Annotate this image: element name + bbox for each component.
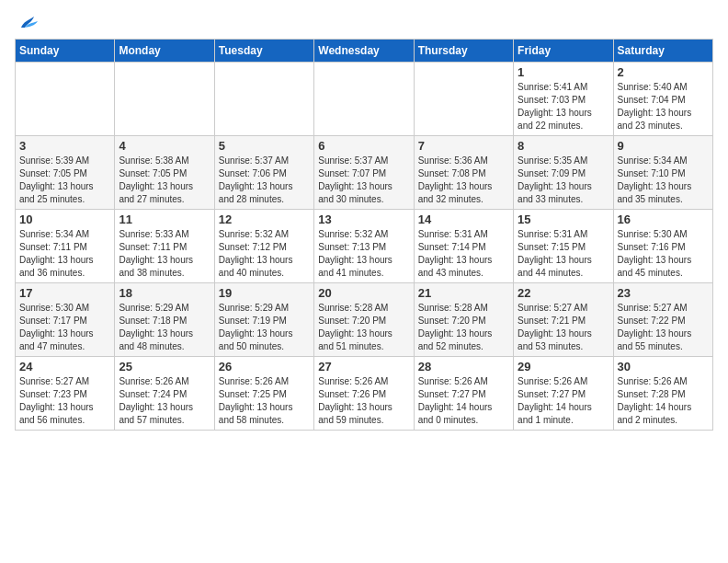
- day-number: 11: [119, 213, 210, 226]
- calendar-cell: 2Sunrise: 5:40 AM Sunset: 7:04 PM Daylig…: [613, 63, 712, 136]
- calendar-week-row: 17Sunrise: 5:30 AM Sunset: 7:17 PM Dayli…: [16, 283, 713, 357]
- calendar-cell: 29Sunrise: 5:26 AM Sunset: 7:27 PM Dayli…: [514, 357, 613, 431]
- calendar-cell: 25Sunrise: 5:26 AM Sunset: 7:24 PM Dayli…: [115, 357, 214, 431]
- calendar-cell: 19Sunrise: 5:29 AM Sunset: 7:19 PM Dayli…: [214, 283, 313, 357]
- day-info: Sunrise: 5:26 AM Sunset: 7:26 PM Dayligh…: [318, 375, 409, 427]
- calendar-cell: [214, 63, 313, 136]
- calendar-cell: 14Sunrise: 5:31 AM Sunset: 7:14 PM Dayli…: [414, 210, 513, 283]
- day-number: 24: [19, 360, 110, 373]
- calendar-cell: 15Sunrise: 5:31 AM Sunset: 7:15 PM Dayli…: [514, 210, 613, 283]
- calendar-cell: 20Sunrise: 5:28 AM Sunset: 7:20 PM Dayli…: [314, 283, 414, 357]
- day-number: 7: [418, 139, 509, 153]
- calendar-week-row: 24Sunrise: 5:27 AM Sunset: 7:23 PM Dayli…: [16, 357, 713, 431]
- calendar-cell: 30Sunrise: 5:26 AM Sunset: 7:28 PM Dayli…: [613, 357, 712, 431]
- day-info: Sunrise: 5:26 AM Sunset: 7:27 PM Dayligh…: [418, 375, 509, 427]
- calendar-cell: 23Sunrise: 5:27 AM Sunset: 7:22 PM Dayli…: [613, 283, 712, 357]
- day-number: 23: [618, 286, 709, 300]
- day-info: Sunrise: 5:31 AM Sunset: 7:14 PM Dayligh…: [418, 228, 509, 280]
- column-header-saturday: Saturday: [613, 40, 712, 63]
- day-number: 1: [518, 65, 609, 79]
- day-number: 26: [219, 360, 310, 373]
- day-info: Sunrise: 5:37 AM Sunset: 7:06 PM Dayligh…: [219, 155, 310, 206]
- day-info: Sunrise: 5:31 AM Sunset: 7:15 PM Dayligh…: [518, 228, 609, 280]
- day-info: Sunrise: 5:40 AM Sunset: 7:04 PM Dayligh…: [618, 81, 709, 132]
- logo: [15, 15, 38, 31]
- calendar-cell: [16, 63, 115, 136]
- calendar-cell: 13Sunrise: 5:32 AM Sunset: 7:13 PM Dayli…: [314, 210, 414, 283]
- day-number: 29: [518, 360, 609, 373]
- calendar-cell: 4Sunrise: 5:38 AM Sunset: 7:05 PM Daylig…: [115, 136, 214, 210]
- day-info: Sunrise: 5:33 AM Sunset: 7:11 PM Dayligh…: [119, 228, 210, 280]
- calendar-cell: 26Sunrise: 5:26 AM Sunset: 7:25 PM Dayli…: [214, 357, 313, 431]
- column-header-tuesday: Tuesday: [214, 40, 313, 63]
- calendar-cell: 17Sunrise: 5:30 AM Sunset: 7:17 PM Dayli…: [16, 283, 115, 357]
- day-number: 28: [418, 360, 509, 373]
- calendar-cell: 18Sunrise: 5:29 AM Sunset: 7:18 PM Dayli…: [115, 283, 214, 357]
- calendar-cell: 16Sunrise: 5:30 AM Sunset: 7:16 PM Dayli…: [613, 210, 712, 283]
- calendar-week-row: 10Sunrise: 5:34 AM Sunset: 7:11 PM Dayli…: [16, 210, 713, 283]
- calendar-week-row: 1Sunrise: 5:41 AM Sunset: 7:03 PM Daylig…: [16, 63, 713, 136]
- calendar-cell: 11Sunrise: 5:33 AM Sunset: 7:11 PM Dayli…: [115, 210, 214, 283]
- day-number: 5: [219, 139, 310, 153]
- calendar-cell: 1Sunrise: 5:41 AM Sunset: 7:03 PM Daylig…: [514, 63, 613, 136]
- day-info: Sunrise: 5:26 AM Sunset: 7:28 PM Dayligh…: [618, 375, 709, 427]
- day-info: Sunrise: 5:28 AM Sunset: 7:20 PM Dayligh…: [318, 302, 409, 353]
- day-number: 17: [19, 286, 110, 300]
- day-info: Sunrise: 5:26 AM Sunset: 7:25 PM Dayligh…: [219, 375, 310, 427]
- day-number: 21: [418, 286, 509, 300]
- column-header-thursday: Thursday: [414, 40, 513, 63]
- day-info: Sunrise: 5:41 AM Sunset: 7:03 PM Dayligh…: [518, 81, 609, 132]
- day-info: Sunrise: 5:29 AM Sunset: 7:18 PM Dayligh…: [119, 302, 210, 353]
- day-number: 27: [318, 360, 409, 373]
- calendar-cell: 6Sunrise: 5:37 AM Sunset: 7:07 PM Daylig…: [314, 136, 414, 210]
- day-number: 22: [518, 286, 609, 300]
- day-number: 15: [518, 213, 609, 226]
- day-info: Sunrise: 5:26 AM Sunset: 7:24 PM Dayligh…: [119, 375, 210, 427]
- day-number: 30: [618, 360, 709, 373]
- day-number: 10: [19, 213, 110, 226]
- day-number: 2: [618, 65, 709, 79]
- day-number: 14: [418, 213, 509, 226]
- day-info: Sunrise: 5:30 AM Sunset: 7:17 PM Dayligh…: [19, 302, 110, 353]
- day-number: 9: [618, 139, 709, 153]
- day-number: 18: [119, 286, 210, 300]
- calendar-cell: 22Sunrise: 5:27 AM Sunset: 7:21 PM Dayli…: [514, 283, 613, 357]
- calendar-cell: [115, 63, 214, 136]
- day-number: 3: [19, 139, 110, 153]
- calendar-week-row: 3Sunrise: 5:39 AM Sunset: 7:05 PM Daylig…: [16, 136, 713, 210]
- day-info: Sunrise: 5:34 AM Sunset: 7:11 PM Dayligh…: [19, 228, 110, 280]
- day-info: Sunrise: 5:32 AM Sunset: 7:12 PM Dayligh…: [219, 228, 310, 280]
- calendar-cell: 9Sunrise: 5:34 AM Sunset: 7:10 PM Daylig…: [613, 136, 712, 210]
- day-number: 12: [219, 213, 310, 226]
- day-number: 4: [119, 139, 210, 153]
- day-info: Sunrise: 5:32 AM Sunset: 7:13 PM Dayligh…: [318, 228, 409, 280]
- calendar-table: SundayMondayTuesdayWednesdayThursdayFrid…: [15, 39, 713, 431]
- day-info: Sunrise: 5:39 AM Sunset: 7:05 PM Dayligh…: [19, 155, 110, 206]
- day-info: Sunrise: 5:35 AM Sunset: 7:09 PM Dayligh…: [518, 155, 609, 206]
- calendar-cell: 27Sunrise: 5:26 AM Sunset: 7:26 PM Dayli…: [314, 357, 414, 431]
- calendar-cell: 21Sunrise: 5:28 AM Sunset: 7:20 PM Dayli…: [414, 283, 513, 357]
- calendar-cell: 7Sunrise: 5:36 AM Sunset: 7:08 PM Daylig…: [414, 136, 513, 210]
- day-info: Sunrise: 5:29 AM Sunset: 7:19 PM Dayligh…: [219, 302, 310, 353]
- calendar-cell: 24Sunrise: 5:27 AM Sunset: 7:23 PM Dayli…: [16, 357, 115, 431]
- day-info: Sunrise: 5:27 AM Sunset: 7:23 PM Dayligh…: [19, 375, 110, 427]
- day-info: Sunrise: 5:27 AM Sunset: 7:21 PM Dayligh…: [518, 302, 609, 353]
- calendar-cell: [314, 63, 414, 136]
- calendar-cell: 3Sunrise: 5:39 AM Sunset: 7:05 PM Daylig…: [16, 136, 115, 210]
- day-number: 20: [318, 286, 409, 300]
- column-header-sunday: Sunday: [16, 40, 115, 63]
- calendar-cell: 8Sunrise: 5:35 AM Sunset: 7:09 PM Daylig…: [514, 136, 613, 210]
- day-number: 25: [119, 360, 210, 373]
- day-number: 8: [518, 139, 609, 153]
- calendar-cell: 5Sunrise: 5:37 AM Sunset: 7:06 PM Daylig…: [214, 136, 313, 210]
- calendar-cell: [414, 63, 513, 136]
- day-number: 16: [618, 213, 709, 226]
- header: [15, 15, 713, 31]
- day-info: Sunrise: 5:30 AM Sunset: 7:16 PM Dayligh…: [618, 228, 709, 280]
- day-info: Sunrise: 5:28 AM Sunset: 7:20 PM Dayligh…: [418, 302, 509, 353]
- column-header-monday: Monday: [115, 40, 214, 63]
- day-info: Sunrise: 5:36 AM Sunset: 7:08 PM Dayligh…: [418, 155, 509, 206]
- calendar-header-row: SundayMondayTuesdayWednesdayThursdayFrid…: [16, 40, 713, 63]
- column-header-wednesday: Wednesday: [314, 40, 414, 63]
- day-info: Sunrise: 5:38 AM Sunset: 7:05 PM Dayligh…: [119, 155, 210, 206]
